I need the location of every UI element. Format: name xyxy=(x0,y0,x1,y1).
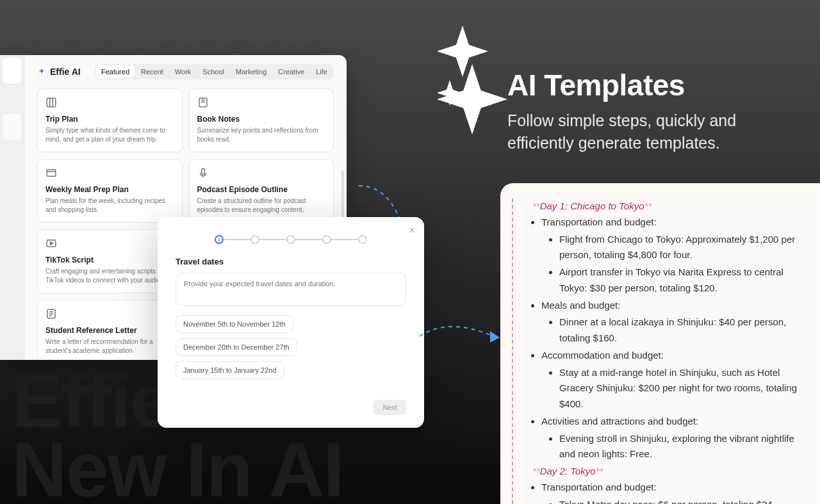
category-tabs: Featured Recent Work School Marketing Cr… xyxy=(95,64,334,79)
day-heading: **Day 1: Chicago to Tokyo** xyxy=(532,199,801,215)
card-desc: Simply type what kinds of themes come to… xyxy=(45,126,174,144)
arrow-decoration xyxy=(416,311,512,362)
map-icon xyxy=(45,97,57,108)
mic-icon xyxy=(197,167,209,179)
sidebar-tab[interactable] xyxy=(3,58,21,83)
tab-life[interactable]: Life xyxy=(311,65,332,78)
close-icon[interactable]: × xyxy=(409,225,415,236)
list-item: Accommodation and budget: xyxy=(541,348,801,364)
list-item: Stay at a mid-range hotel in Shinjuku, s… xyxy=(559,365,801,412)
field-label: Travel dates xyxy=(176,257,406,266)
tab-creative[interactable]: Creative xyxy=(273,65,309,78)
food-icon xyxy=(45,167,57,179)
travel-dates-input[interactable] xyxy=(176,273,406,306)
tab-marketing[interactable]: Marketing xyxy=(231,65,272,78)
output-panel: **Day 1: Chicago to Tokyo** Transportati… xyxy=(500,183,820,504)
list-item: Airport transfer in Tokyo via Narita Exp… xyxy=(559,264,801,297)
list-item: Flight from Chicago to Tokyo: Approximat… xyxy=(559,232,801,264)
list-item: Activities and attractions and budget: xyxy=(541,414,801,430)
list-item: Meals and budget: xyxy=(541,298,801,314)
step-indicator: 1 xyxy=(176,235,406,244)
template-card-meal-prep[interactable]: Weekly Meal Prep Plan Plan meals for the… xyxy=(37,159,183,223)
next-button[interactable]: Next xyxy=(373,400,406,415)
tab-featured[interactable]: Featured xyxy=(96,65,135,78)
step-4 xyxy=(322,235,331,244)
step-1: 1 xyxy=(215,235,224,244)
sparkle-icon xyxy=(37,67,46,76)
card-title: Student Reference Letter xyxy=(45,326,174,335)
tab-school[interactable]: School xyxy=(197,65,229,78)
list-item: Dinner at a local izakaya in Shinjuku: $… xyxy=(559,314,801,346)
tab-recent[interactable]: Recent xyxy=(136,65,168,78)
sidebar-tab[interactable] xyxy=(3,114,21,140)
day-heading: **Day 2: Tokyo** xyxy=(532,464,801,480)
card-desc: Craft engaging and entertaining scripts … xyxy=(45,267,174,285)
book-icon xyxy=(197,97,209,108)
card-desc: Plan meals for the week, including recip… xyxy=(45,197,174,215)
card-title: Weekly Meal Prep Plan xyxy=(45,185,174,194)
card-desc: Create a structured outline for podcast … xyxy=(197,197,326,215)
list-item: Evening stroll in Shinjuku, exploring th… xyxy=(559,431,801,463)
tab-work[interactable]: Work xyxy=(170,65,196,78)
video-icon xyxy=(45,238,57,249)
step-2 xyxy=(250,235,259,244)
template-card-podcast[interactable]: Podcast Episode Outline Create a structu… xyxy=(189,159,334,223)
svg-rect-3 xyxy=(201,168,204,174)
app-title: Effie AI xyxy=(37,67,81,77)
letter-icon xyxy=(45,308,57,320)
step-5 xyxy=(358,235,367,244)
list-item: Tokyo Metro day pass: $6 per person, tot… xyxy=(559,497,801,505)
template-card-book-notes[interactable]: Book Notes Summarize key points and refl… xyxy=(189,88,334,152)
hero-title: AI Templates xyxy=(507,69,801,102)
template-card-trip-plan[interactable]: Trip Plan Simply type what kinds of them… xyxy=(37,88,183,152)
card-title: Trip Plan xyxy=(45,115,174,124)
date-chip[interactable]: December 20th to December 27th xyxy=(176,338,297,356)
wizard-modal: × 1 Travel dates November 5th to Novembe… xyxy=(158,217,424,428)
card-title: TikTok Script xyxy=(45,256,174,264)
card-desc: Write a letter of recommendation for a s… xyxy=(45,337,174,355)
svg-rect-2 xyxy=(47,170,56,177)
card-title: Book Notes xyxy=(197,115,326,124)
sidebar-strip xyxy=(0,55,24,360)
list-item: Transportation and budget: xyxy=(541,215,801,231)
svg-rect-0 xyxy=(47,98,56,107)
date-chip[interactable]: November 5th to November 12th xyxy=(176,315,293,333)
date-chip[interactable]: January 15th to January 22nd xyxy=(176,361,284,379)
hero-section: AI Templates Follow simple steps, quickl… xyxy=(507,69,801,154)
card-title: Podcast Episode Outline xyxy=(197,185,326,194)
hero-subtitle: Follow simple steps, quickly and efficie… xyxy=(507,110,801,154)
list-item: Transportation and budget: xyxy=(541,480,801,496)
card-desc: Summarize key points and reflections fro… xyxy=(197,126,326,144)
step-3 xyxy=(286,235,295,244)
